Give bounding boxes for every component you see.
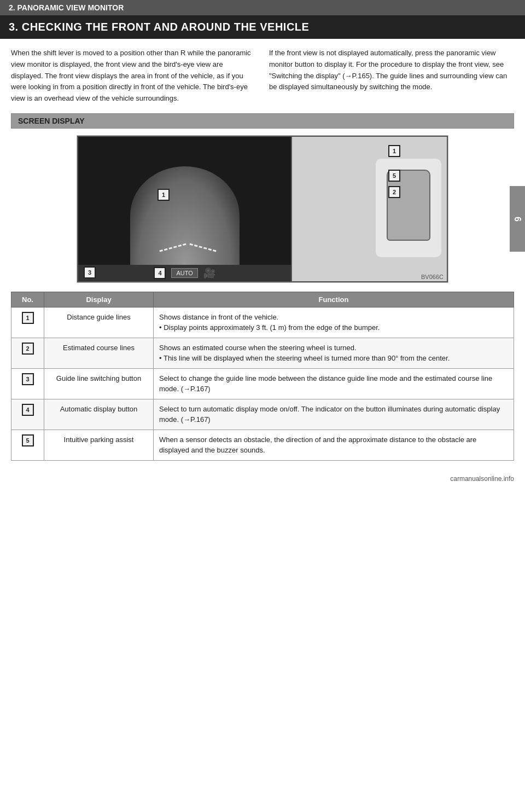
col-header-no: No.	[11, 292, 44, 307]
table-badge-3: 4	[22, 404, 34, 416]
badge-2-label: 2	[393, 189, 396, 195]
function-bullet-0: Display points approximately 3 ft. (1 m)…	[159, 322, 508, 333]
table-cell-no-4: 5	[11, 430, 44, 460]
front-camera-panel: 1 4 AUTO 🎥 3	[77, 136, 292, 282]
body-content: 6 When the shift lever is moved to a pos…	[0, 39, 525, 469]
function-main-3: Select to turn automatic display mode on…	[159, 405, 500, 424]
table-cell-function-3: Select to turn automatic display mode on…	[154, 399, 514, 430]
table-cell-display-2: Guide line switching button	[44, 368, 154, 399]
chapter-header-text: 2. PANORAMIC VIEW MONITOR	[9, 3, 124, 12]
screen-display-label: SCREEN DISPLAY	[18, 117, 85, 125]
camera-bottom-bar: 4 AUTO 🎥	[78, 265, 291, 281]
table-cell-no-1: 2	[11, 338, 44, 368]
badge-4-label: 4	[158, 270, 161, 276]
section-title-text: 3. CHECKING THE FRONT AND AROUND THE VEH…	[9, 21, 309, 33]
badge-1-left: 1	[158, 189, 170, 201]
function-bullet-1: This line will be displayed when the ste…	[159, 353, 508, 364]
table-badge-2: 3	[22, 373, 34, 385]
table-cell-display-4: Intuitive parking assist	[44, 430, 154, 460]
table-badge-1: 2	[22, 343, 34, 355]
badge-1-left-label: 1	[162, 192, 165, 198]
section-title-bar: 3. CHECKING THE FRONT AND AROUND THE VEH…	[0, 15, 525, 39]
diagram-code: BV066C	[421, 274, 444, 280]
table-row: 1Distance guide linesShows distance in f…	[11, 307, 514, 338]
table-badge-0: 1	[22, 312, 34, 324]
badge-3-label: 3	[88, 269, 91, 276]
col-header-display: Display	[44, 292, 154, 307]
table-cell-display-3: Automatic display button	[44, 399, 154, 430]
features-table: No. Display Function 1Distance guide lin…	[11, 292, 514, 461]
function-main-4: When a sensor detects an obstacle, the d…	[159, 436, 476, 455]
table-row: 3Guide line switching buttonSelect to ch…	[11, 368, 514, 399]
badge-1-right: 1	[388, 145, 400, 157]
table-header-row: No. Display Function	[11, 292, 514, 307]
camera-icon: 🎥	[203, 267, 215, 279]
table-row: 2Estimated course linesShows an estimate…	[11, 338, 514, 368]
table-cell-function-0: Shows distance in front of the vehicle.D…	[154, 307, 514, 338]
badge-2: 2	[388, 186, 400, 198]
intro-column-1: When the shift lever is moved to a posit…	[11, 48, 256, 105]
intro-section: When the shift lever is moved to a posit…	[11, 48, 514, 105]
badge-5-label: 5	[393, 172, 396, 179]
table-cell-function-1: Shows an estimated course when the steer…	[154, 338, 514, 368]
badge-3: 3	[84, 266, 96, 279]
table-cell-no-0: 1	[11, 307, 44, 338]
table-row: 4Automatic display buttonSelect to turn …	[11, 399, 514, 430]
auto-label: AUTO	[176, 270, 192, 276]
badge-4: 4	[154, 267, 166, 279]
table-cell-display-0: Distance guide lines	[44, 307, 154, 338]
function-main-1: Shows an estimated course when the steer…	[159, 344, 357, 352]
footer: carmanualsonline.info	[0, 469, 525, 488]
badge-1-right-label: 1	[393, 148, 396, 154]
function-main-2: Select to change the guide line mode bet…	[159, 374, 492, 393]
intro-column-2: If the front view is not displayed autom…	[269, 48, 514, 105]
diagram-inner: 1 4 AUTO 🎥 3	[77, 136, 448, 282]
diagram-container: 1 4 AUTO 🎥 3	[77, 135, 448, 283]
function-main-0: Shows distance in front of the vehicle.	[159, 313, 278, 321]
sidebar-chapter-tab: 6	[510, 186, 525, 252]
auto-button-display: AUTO	[171, 268, 197, 278]
table-cell-no-2: 3	[11, 368, 44, 399]
screen-display-header: SCREEN DISPLAY	[11, 113, 514, 129]
sidebar-tab-label: 6	[512, 217, 522, 222]
table-cell-no-3: 4	[11, 399, 44, 430]
table-cell-display-1: Estimated course lines	[44, 338, 154, 368]
badge-5: 5	[388, 170, 400, 182]
chapter-header: 2. PANORAMIC VIEW MONITOR	[0, 0, 525, 15]
table-cell-function-2: Select to change the guide line mode bet…	[154, 368, 514, 399]
footer-url: carmanualsonline.info	[450, 475, 514, 483]
table-row: 5Intuitive parking assistWhen a sensor d…	[11, 430, 514, 460]
table-cell-function-4: When a sensor detects an obstacle, the d…	[154, 430, 514, 460]
table-badge-4: 5	[22, 434, 34, 446]
overhead-view-panel: 1 5 2	[292, 136, 448, 282]
col-header-function: Function	[154, 292, 514, 307]
camera-arc	[130, 166, 240, 265]
